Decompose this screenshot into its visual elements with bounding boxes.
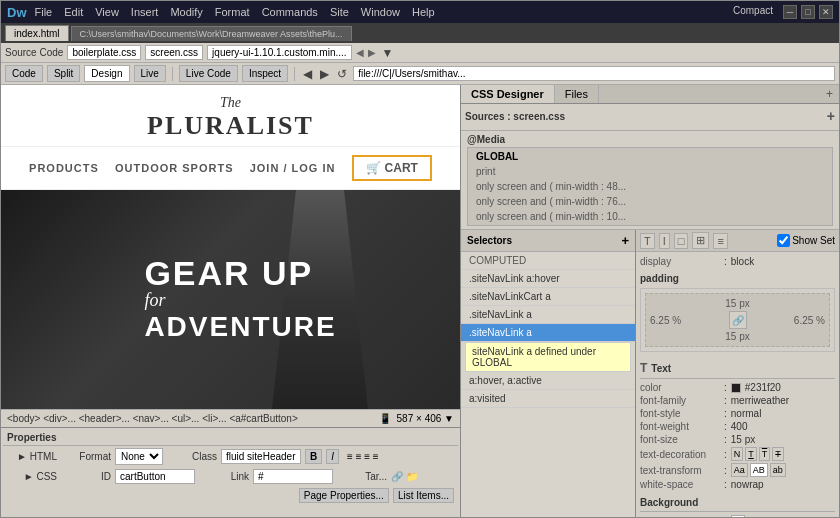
source-arrow[interactable]: ◀ <box>356 47 364 58</box>
hero-text: GEAR UP for ADVENTURE <box>124 256 336 343</box>
responsive-icon[interactable]: 📱 <box>379 413 391 424</box>
list-items-button[interactable]: List Items... <box>393 488 454 503</box>
close-button[interactable]: ✕ <box>819 5 833 19</box>
link-label: Link <box>199 471 249 482</box>
color-row: color : #231f20 <box>640 382 835 393</box>
transform-aa[interactable]: Aa <box>731 463 748 477</box>
tab-filepath[interactable]: C:\Users\smithav\Documents\Work\Dreamwea… <box>71 26 352 41</box>
props-toolbar: T I □ ⊞ ≡ Show Set <box>636 230 839 252</box>
menu-view[interactable]: View <box>95 6 119 18</box>
tab-css-designer[interactable]: CSS Designer <box>461 85 555 103</box>
page-properties-button[interactable]: Page Properties... <box>299 488 389 503</box>
format-label: Format <box>61 451 111 462</box>
nav-products[interactable]: PRODUCTS <box>29 162 99 174</box>
cart-icon: 🛒 <box>366 161 381 175</box>
refresh-icon[interactable]: ↺ <box>335 67 349 81</box>
selector-computed[interactable]: COMPUTED <box>461 252 635 270</box>
menu-insert[interactable]: Insert <box>131 6 159 18</box>
minimize-button[interactable]: ─ <box>783 5 797 19</box>
code-button[interactable]: Code <box>5 65 43 82</box>
menu-modify[interactable]: Modify <box>170 6 202 18</box>
transform-ab-lower[interactable]: ab <box>770 463 786 477</box>
source-arrow-right[interactable]: ▶ <box>368 47 376 58</box>
title-bar: Dw File Edit View Insert Modify Format C… <box>1 1 839 23</box>
list-props-icon[interactable]: ≡ <box>713 233 727 249</box>
padding-link-icon[interactable]: 🔗 <box>729 311 747 329</box>
selector-sitenavlinkcart-a[interactable]: .siteNavLinkCart a <box>461 288 635 306</box>
selector-sitenavlink-a-highlighted[interactable]: .siteNavLink a <box>461 324 635 342</box>
design-button[interactable]: Design <box>84 65 129 82</box>
source-file-3[interactable]: jquery-ui-1.10.1.custom.min.... <box>207 45 352 60</box>
add-selector-button[interactable]: + <box>621 233 629 248</box>
show-set-checkbox[interactable] <box>777 234 790 247</box>
props-row-css: ► CSS ID Link Tar... 🔗 📁 <box>3 467 458 486</box>
class-input[interactable] <box>221 449 301 464</box>
font-style-row: font-style : normal <box>640 408 835 419</box>
nav-join-login[interactable]: JOIN / LOG IN <box>250 162 336 174</box>
inspect-button[interactable]: Inspect <box>242 65 288 82</box>
border-props-icon[interactable]: □ <box>674 233 689 249</box>
selector-a-visited[interactable]: a:visited <box>461 390 635 408</box>
format-select[interactable]: None <box>115 448 163 465</box>
tab-files[interactable]: Files <box>555 85 599 103</box>
split-button[interactable]: Split <box>47 65 80 82</box>
id-label: ID <box>61 471 111 482</box>
hero-adventure-text: ADVENTURE <box>144 311 336 343</box>
design-panel: The PLURALIST PRODUCTS OUTDOOR SPORTS JO… <box>1 85 461 517</box>
forward-icon[interactable]: ▶ <box>318 67 331 81</box>
media-1024[interactable]: only screen and ( min-width : 10... <box>468 209 832 224</box>
back-icon[interactable]: ◀ <box>301 67 314 81</box>
bg-color-swatch[interactable] <box>731 515 745 517</box>
breadcrumb: <body> <div>... <header>... <nav>... <ul… <box>7 413 298 424</box>
menu-help[interactable]: Help <box>412 6 435 18</box>
selector-sitenavlink-a[interactable]: .siteNavLink a <box>461 306 635 324</box>
padding-right-val: 6.25 % <box>794 315 825 326</box>
menu-site[interactable]: Site <box>330 6 349 18</box>
nav-outdoor-sports[interactable]: OUTDOOR SPORTS <box>115 162 234 174</box>
menu-format[interactable]: Format <box>215 6 250 18</box>
grid-props-icon[interactable]: ⊞ <box>692 232 709 249</box>
text-decoration-row: text-decoration : N T T T <box>640 447 835 461</box>
transform-ab[interactable]: AB <box>750 463 768 477</box>
text-deco-none[interactable]: N <box>731 447 744 461</box>
color-swatch[interactable] <box>731 383 741 393</box>
display-row: display : block <box>640 256 835 267</box>
layout-props-icon[interactable]: I <box>659 233 670 249</box>
maximize-button[interactable]: □ <box>801 5 815 19</box>
id-input[interactable] <box>115 469 195 484</box>
text-deco-linethrough[interactable]: T <box>772 447 784 461</box>
media-global[interactable]: GLOBAL <box>468 149 832 164</box>
main-area: The PLURALIST PRODUCTS OUTDOOR SPORTS JO… <box>1 85 839 517</box>
menu-file[interactable]: File <box>35 6 53 18</box>
live-button[interactable]: Live <box>134 65 166 82</box>
address-bar[interactable] <box>353 66 835 81</box>
menu-commands[interactable]: Commands <box>262 6 318 18</box>
media-print[interactable]: print <box>468 164 832 179</box>
add-source-button[interactable]: + <box>827 108 835 124</box>
text-deco-underline[interactable]: T <box>745 447 757 461</box>
text-deco-overline[interactable]: T <box>759 447 771 461</box>
selector-a-hover-active[interactable]: a:hover, a:active <box>461 372 635 390</box>
bold-button[interactable]: B <box>305 449 322 464</box>
add-panel-button[interactable]: + <box>820 85 839 103</box>
italic-button[interactable]: I <box>326 449 339 464</box>
nav-cart-button[interactable]: 🛒 CART <box>352 155 432 181</box>
text-props-icon[interactable]: T <box>640 233 655 249</box>
font-style-key: font-style <box>640 408 720 419</box>
background-section: Background background-color : #fafafa <box>640 494 835 517</box>
tab-index-html[interactable]: index.html <box>5 25 69 41</box>
selector-tooltip: siteNavLink a defined under GLOBAL <box>465 342 631 372</box>
source-file-1[interactable]: boilerplate.css <box>67 45 141 60</box>
background-section-label: Background <box>640 497 698 508</box>
display-key: display <box>640 256 720 267</box>
selector-sitenavlink-ahover[interactable]: .siteNavLink a:hover <box>461 270 635 288</box>
menu-window[interactable]: Window <box>361 6 400 18</box>
media-480[interactable]: only screen and ( min-width : 48... <box>468 179 832 194</box>
font-family-row: font-family : merriweather <box>640 395 835 406</box>
media-768[interactable]: only screen and ( min-width : 76... <box>468 194 832 209</box>
source-file-2[interactable]: screen.css <box>145 45 203 60</box>
live-code-button[interactable]: Live Code <box>179 65 238 82</box>
link-input[interactable] <box>253 469 333 484</box>
filter-icon[interactable]: ▼ <box>380 46 396 60</box>
menu-edit[interactable]: Edit <box>64 6 83 18</box>
